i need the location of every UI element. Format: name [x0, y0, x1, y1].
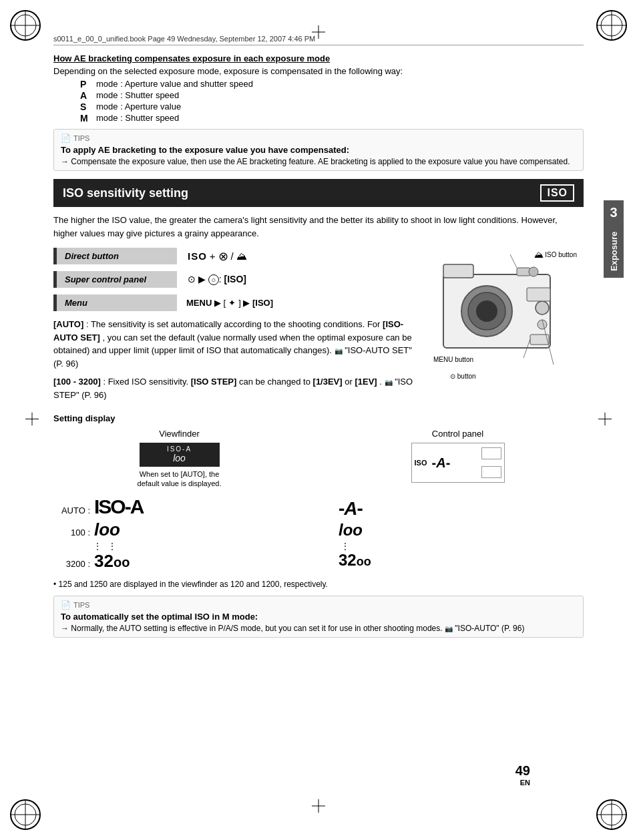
mode-letter-m: M	[80, 113, 91, 124]
scale-3200-label: 3200 :	[53, 559, 90, 569]
vf-display: ISO-A loo	[140, 443, 220, 467]
setting-display-section: Setting display Viewfinder ISO-A loo Whe…	[53, 413, 584, 638]
corner-decoration-br	[592, 795, 632, 835]
bottom-tips-box: 📄 TIPS To automatically set the optimal …	[53, 596, 584, 638]
menu-button-label: MENU button	[433, 356, 473, 363]
scale-r-100-row: loo	[339, 521, 584, 540]
mode-desc-s: mode : Aperture value	[96, 101, 181, 112]
mode-row-m: M mode : Shutter speed	[80, 113, 584, 124]
cp-box1	[481, 447, 501, 459]
dial-sym: ⊗	[218, 249, 228, 264]
direct-button-value: ISO + ⊗ / ⛰	[188, 249, 247, 264]
vf-iso-100: loo	[145, 453, 214, 463]
cp-box2	[481, 466, 501, 478]
cp-display: ISO -A-	[411, 443, 505, 483]
svg-point-32	[538, 320, 547, 329]
corner-decoration-bl	[5, 795, 45, 835]
range-text4: .	[379, 377, 384, 387]
auto-block: [AUTO] : The sensitivity is set automati…	[53, 318, 423, 370]
crosshair-right	[598, 413, 612, 428]
scale-100-label: 100 :	[53, 528, 90, 538]
auto-text: : The sensitivity is set automatically a…	[86, 319, 383, 329]
menu-value: MENU ▶ [✦] ▶ [ISO]	[186, 298, 273, 308]
viewfinder-title: Viewfinder	[53, 429, 305, 439]
iso-description: The higher the ISO value, the greater th…	[53, 214, 584, 240]
ae-intro: Depending on the selected exposure mode,…	[53, 66, 584, 76]
scale-r-3200-row: 32oo	[339, 551, 584, 570]
main-content: How AE bracketing compensates exposure i…	[53, 53, 584, 800]
svg-rect-25	[443, 264, 473, 278]
page-container: s0011_e_00_0_unified.book Page 49 Wednes…	[0, 0, 637, 840]
range-label: [100 - 3200]	[53, 377, 101, 387]
plus-sym: +	[210, 250, 216, 262]
ae-tips-box: 📄 TIPS To apply AE bracketing to the exp…	[53, 129, 584, 171]
file-info-bar: s0011_e_00_0_unified.book Page 49 Wednes…	[53, 35, 584, 45]
oneev-label: [1EV]	[355, 377, 377, 387]
slash-sym: /	[231, 250, 234, 262]
auto-label: [AUTO]	[53, 319, 83, 329]
page-number: 49 EN	[515, 763, 530, 787]
iso-step-label: [ISO STEP]	[191, 377, 237, 387]
file-info-text: s0011_e_00_0_unified.book Page 49 Wednes…	[53, 35, 315, 43]
scale-3200-row: 3200 : 32oo	[53, 551, 298, 572]
scale-r-dots-row: ⋮	[341, 541, 584, 551]
super-control-value: ⊙ ▶ ○: [ISO]	[188, 274, 246, 285]
corner-decoration-tr	[592, 5, 632, 45]
ae-tips-bold: To apply AE bracketing to the exposure v…	[61, 145, 576, 155]
iso-controls-col: Direct button ISO + ⊗ / ⛰ Super control …	[53, 248, 423, 407]
mountain-sym: ⛰	[236, 250, 247, 262]
cp-value: -A-	[432, 455, 451, 471]
menu-row: Menu MENU ▶ [✦] ▶ [ISO]	[53, 294, 423, 311]
super-control-row: Super control panel ⊙ ▶ ○: [ISO]	[53, 271, 423, 288]
scale-right: -A- loo ⋮ 32oo	[339, 495, 584, 571]
scale-display: AUTO : ISO-A 100 : loo ⋮ ⋮ 3200 : 32oo	[53, 495, 584, 573]
cp-iso-label: ISO	[415, 459, 427, 467]
scale-r-100-val: loo	[339, 521, 363, 540]
bullet-note: 125 and 1250 are displayed in the viewfi…	[53, 578, 584, 590]
circle-button-label: ⊙ button	[450, 373, 476, 380]
scale-auto-label: AUTO :	[53, 505, 90, 515]
crosshair-left	[25, 413, 39, 428]
mode-letter-p: P	[80, 79, 91, 89]
scale-100-val: loo	[94, 519, 120, 540]
chapter-section: 3 Exposure	[604, 200, 624, 278]
display-two-col: Viewfinder ISO-A loo When set to [AUTO],…	[53, 429, 584, 489]
camera-diagram-col: ⛰ ISO button MENU button ⊙ button	[430, 248, 584, 407]
iso-header-title: ISO sensitivity setting	[63, 186, 188, 200]
iso-range-block: [100 - 3200] : Fixed ISO sensitivity. [I…	[53, 375, 423, 401]
ae-tips-content: → Compensate the exposure value, then us…	[61, 157, 576, 166]
ae-heading: How AE bracketing compensates exposure i…	[53, 53, 584, 63]
vf-iso-a: ISO-A	[145, 445, 214, 453]
chapter-number: 3	[604, 200, 624, 224]
camera-icon-sym: ✦	[228, 298, 236, 308]
scale-3200-val: 32oo	[94, 551, 130, 572]
mode-desc-a: mode : Shutter speed	[96, 90, 179, 101]
bottom-tips-ref-icon: 📷	[445, 625, 453, 632]
range-text3: or	[345, 377, 355, 387]
iso-sym: ISO	[188, 250, 207, 262]
svg-rect-33	[527, 288, 550, 301]
svg-rect-29	[517, 268, 530, 276]
mode-letter-s: S	[80, 101, 91, 112]
svg-line-35	[510, 254, 517, 268]
mode-desc-p: mode : Aperture value and shutter speed	[96, 79, 253, 89]
ae-bracketing-section: How AE bracketing compensates exposure i…	[53, 53, 584, 171]
control-panel-col: Control panel ISO -A-	[332, 429, 584, 483]
iso-two-col: Direct button ISO + ⊗ / ⛰ Super control …	[53, 248, 584, 407]
bottom-doc-icon: 📄	[61, 600, 71, 610]
corner-decoration-tl	[5, 5, 45, 45]
onethird-label: [1/3EV]	[313, 377, 343, 387]
scale-r-auto-val: -A-	[339, 498, 363, 519]
ae-tips-label: 📄 TIPS	[61, 134, 576, 143]
scale-left: AUTO : ISO-A 100 : loo ⋮ ⋮ 3200 : 32oo	[53, 495, 298, 573]
scale-r-auto-row: -A-	[339, 498, 584, 519]
svg-point-28	[476, 300, 497, 322]
iso-step-ref-icon: 📷	[385, 379, 393, 386]
super-control-label: Super control panel	[53, 271, 177, 288]
bottom-tips-bold: To automatically set the optimal ISO in …	[61, 612, 576, 622]
menu-label: Menu	[53, 294, 177, 311]
crosshair-bottom	[312, 799, 325, 815]
bottom-tips-content: → Normally, the AUTO setting is effectiv…	[61, 624, 576, 633]
mode-row-a: A mode : Shutter speed	[80, 90, 584, 101]
range-text: : Fixed ISO sensitivity.	[103, 377, 190, 387]
